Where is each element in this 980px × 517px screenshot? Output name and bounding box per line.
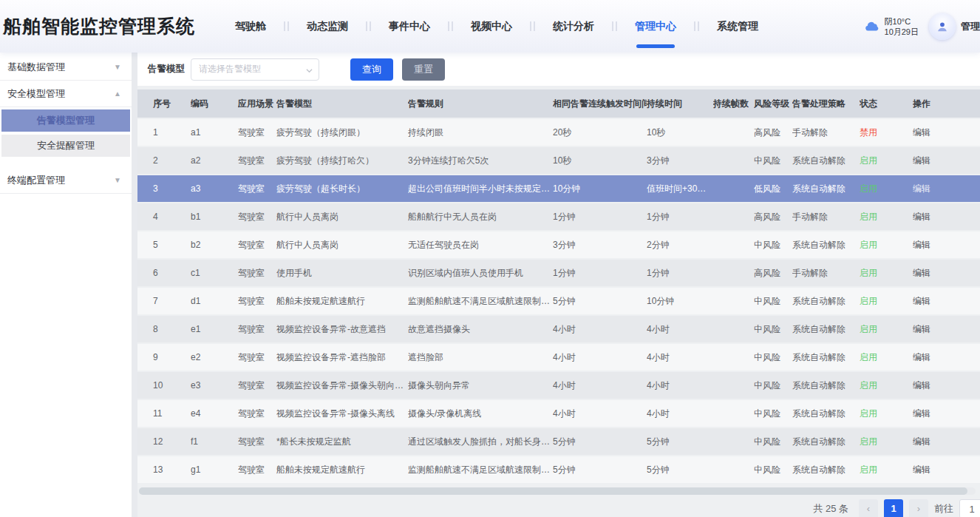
edit-link[interactable]: 编辑 [913,183,930,194]
cell-rule: 摄像头朝向异常 [408,372,553,399]
nav-item-5[interactable]: 统计分析 [535,0,612,53]
cell-no: 5 [137,232,191,258]
cell-scene: 驾驶室 [238,344,276,371]
table-row[interactable]: 8e1驾驶室视频监控设备异常-故意遮挡故意遮挡摄像头4小时4小时中风险系统自动解… [137,316,980,342]
cell-interval: 4小时 [553,316,647,342]
cell-duration: 5分钟 [647,428,713,455]
table-row[interactable]: 6c1驾驶室使用手机识别区域内值班人员使用手机1分钟1分钟高风险手动解除启用编辑 [137,260,980,286]
sidebar-group-2[interactable]: 安全模型管理▲ [0,81,132,107]
sidebar-children: 告警模型管理安全提醒管理 [0,107,132,167]
user-menu[interactable]: 管理 [929,13,980,40]
search-button[interactable]: 查询 [350,58,393,81]
sidebar-group-1[interactable]: 基础数据管理▼ [0,54,132,81]
table-row[interactable]: 7d1驾驶室船舶未按规定航速航行监测船舶航速不满足区域航速限制规定5分钟10分钟… [137,288,980,314]
user-name: 管理 [961,20,980,33]
edit-link[interactable]: 编辑 [913,324,930,334]
cell-action: 编辑 [913,316,980,342]
cell-model: 船舶未按规定航速航行 [276,288,408,314]
edit-link[interactable]: 编辑 [913,212,930,222]
page-1-button[interactable]: 1 [884,499,903,517]
alarm-model-select[interactable]: 请选择告警模型 [191,58,319,81]
status-badge: 启用 [860,155,877,166]
table-row[interactable]: 9e2驾驶室视频监控设备异常-遮挡脸部遮挡脸部4小时4小时中风险系统自动解除启用… [137,344,980,371]
cell-status: 启用 [860,456,913,483]
weather-condition: 阴10°C [885,16,919,27]
goto-page-input[interactable] [959,499,980,517]
cell-risk: 中风险 [754,456,792,483]
edit-link[interactable]: 编辑 [913,268,930,278]
table-row[interactable]: 12f1驾驶室*船长未按规定监航通过区域触发人脸抓拍，对船长身份...5分钟5分… [137,428,980,455]
cell-code: e3 [191,372,238,399]
edit-link[interactable]: 编辑 [913,296,930,306]
table-row[interactable]: 4b1驾驶室航行中人员离岗船舶航行中无人员在岗1分钟1分钟高风险手动解除启用编辑 [137,203,980,230]
table-header-row: 序号编码应用场景告警模型告警规则相同告警连续触发时间间隔持续时间持续帧数风险等级… [137,89,980,118]
sidebar-item-1[interactable]: 告警模型管理 [1,109,130,132]
nav-item-2[interactable]: 动态监测 [289,0,366,53]
nav-item-3[interactable]: 事件中心 [371,0,448,53]
cell-interval: 20秒 [553,119,647,146]
cell-no: 2 [137,147,191,174]
cell-strategy: 系统自动解除 [792,428,860,455]
edit-link[interactable]: 编辑 [913,464,930,475]
edit-link[interactable]: 编辑 [913,240,930,250]
scrollbar-thumb[interactable] [139,487,967,495]
cell-status: 启用 [860,288,913,314]
sidebar-group-3[interactable]: 终端配置管理▼ [0,167,132,194]
table-row[interactable]: 3a3驾驶室疲劳驾驶（超长时长）超出公司值班时间半小时未按规定交接10分钟值班时… [137,175,980,202]
cell-action: 编辑 [913,400,980,427]
column-header: 编码 [191,89,238,118]
nav-item-6[interactable]: 管理中心 [617,0,694,53]
horizontal-scrollbar[interactable] [139,487,976,495]
prev-page-button[interactable]: ‹ [859,499,878,517]
chevron-down-icon: ▼ [114,176,121,184]
cell-rule: 超出公司值班时间半小时未按规定交接 [408,175,553,202]
chevron-up-icon: ▲ [114,89,121,98]
column-header: 序号 [137,89,191,118]
edit-link[interactable]: 编辑 [913,436,930,447]
sidebar-group-label: 安全模型管理 [7,87,65,101]
cell-model: 使用手机 [276,260,408,286]
cell-model: *船长未按规定监航 [276,428,408,455]
sidebar: 基础数据管理▼安全模型管理▲告警模型管理安全提醒管理终端配置管理▼ [0,53,132,517]
edit-link[interactable]: 编辑 [913,352,930,362]
cell-risk: 中风险 [754,232,792,258]
table-row[interactable]: 13g1驾驶室船舶未按规定航速航行监测船舶航速不满足区域航速限制规定5分钟5分钟… [137,456,980,483]
table-row[interactable]: 2a2驾驶室疲劳驾驶（持续打哈欠）3分钟连续打哈欠5次10秒3分钟中风险系统自动… [137,147,980,174]
cell-frames [713,372,754,399]
table-row[interactable]: 11e4驾驶室视频监控设备异常-摄像头离线摄像头/录像机离线4小时4小时中风险系… [137,400,980,427]
status-badge: 启用 [860,352,877,362]
cell-scene: 驾驶室 [238,456,276,483]
table-row[interactable]: 10e3驾驶室视频监控设备异常-摄像头朝向异常摄像头朝向异常4小时4小时中风险系… [137,372,980,399]
nav-item-7[interactable]: 系统管理 [699,0,776,53]
cell-code: d1 [191,288,238,314]
cell-risk: 高风险 [754,119,792,146]
cell-code: a1 [191,119,238,146]
edit-link[interactable]: 编辑 [913,408,930,419]
nav-item-1[interactable]: 驾驶舱 [217,0,284,53]
reset-button[interactable]: 重置 [402,58,445,81]
status-badge: 启用 [860,464,877,475]
sidebar-item-2[interactable]: 安全提醒管理 [1,135,130,157]
avatar[interactable] [929,13,956,40]
nav-item-4[interactable]: 视频中心 [453,0,530,53]
status-badge: 启用 [860,296,877,306]
cell-no: 10 [137,372,191,399]
column-header: 告警处理策略 [792,89,860,118]
cell-no: 3 [137,175,191,202]
next-page-button[interactable]: › [909,499,928,517]
cell-status: 启用 [860,316,913,342]
status-badge: 启用 [860,408,877,419]
edit-link[interactable]: 编辑 [913,380,930,391]
edit-link[interactable]: 编辑 [913,155,930,166]
table-row[interactable]: 1a1驾驶室疲劳驾驶（持续闭眼）持续闭眼20秒10秒高风险手动解除禁用编辑 [137,119,980,146]
cell-no: 6 [137,260,191,286]
table-row[interactable]: 5b2驾驶室航行中人员离岗无适任驾驶员在岗3分钟2分钟中风险系统自动解除启用编辑 [137,232,980,258]
cell-risk: 中风险 [754,428,792,455]
cell-interval: 4小时 [553,400,647,427]
total-count: 共 25 条 [813,502,848,516]
chevron-down-icon: ▼ [114,63,121,71]
cell-frames [713,316,754,342]
edit-link[interactable]: 编辑 [913,127,930,138]
goto-label: 前往 [934,502,953,516]
cell-risk: 高风险 [754,260,792,286]
